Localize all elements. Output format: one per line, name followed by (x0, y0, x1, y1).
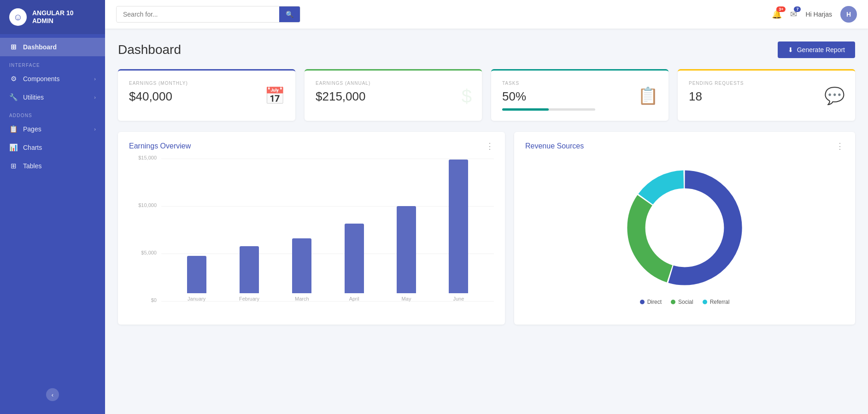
sidebar-nav: ⊞ Dashboard INTERFACE ⚙ Components › 🔧 U… (0, 34, 105, 383)
bar-group: April (345, 224, 364, 302)
page-header-row: Dashboard ⬇ Generate Report (118, 41, 855, 58)
bar-group: March (292, 238, 311, 302)
stat-card-pending-requests: PENDING REQUESTS 18 💬 (678, 69, 855, 121)
stat-value: 18 (689, 89, 844, 104)
bar-label: January (188, 296, 205, 302)
header-right: 🔔 3+ ✉ 7 Hi Harjas H (772, 6, 857, 23)
stat-label: PENDING REQUESTS (689, 81, 844, 86)
donut-chart-svg (620, 163, 749, 292)
generate-report-button[interactable]: ⬇ Generate Report (778, 41, 855, 58)
sidebar-title-block: ANGULAR 10 ADMIN (32, 9, 73, 25)
legend-label-referral: Referral (710, 299, 730, 305)
collapse-icon: ‹ (52, 391, 53, 398)
legend-dot-social (671, 300, 675, 304)
bar (187, 256, 206, 293)
sidebar-item-dashboard[interactable]: ⊞ Dashboard (0, 38, 105, 56)
sidebar-item-label: Tables (23, 162, 41, 170)
bar-label: March (295, 296, 309, 302)
sidebar-item-label: Components (23, 75, 59, 83)
sidebar-item-label: Charts (23, 144, 42, 151)
bar-group: May (397, 206, 416, 302)
chevron-right-icon: › (94, 76, 96, 82)
search-icon: 🔍 (286, 11, 293, 18)
earnings-chart-title: Earnings Overview (129, 142, 191, 150)
dollar-icon: $ (462, 85, 472, 106)
search-container: 🔍 (116, 6, 300, 23)
sidebar-item-label: Pages (23, 125, 41, 133)
dashboard-icon: ⊞ (9, 43, 18, 51)
notifications-badge: 3+ (776, 6, 786, 12)
bar-chart-area: $15,000 $10,000 $5,000 $0 (129, 159, 494, 315)
tables-icon: ⊞ (9, 162, 18, 170)
content-area: Dashboard ⬇ Generate Report EARNINGS (MO… (105, 29, 868, 414)
sidebar-item-label: Utilities (23, 94, 44, 101)
stat-value: $215,000 (316, 89, 471, 104)
sidebar-title-line2: ADMIN (32, 17, 73, 25)
generate-report-label: Generate Report (797, 46, 845, 53)
chat-icon: 💬 (824, 86, 845, 106)
sidebar-item-components[interactable]: ⚙ Components › (0, 70, 105, 88)
revenue-chart-card: Revenue Sources ⋮ Direct Soci (514, 132, 855, 325)
notifications-button[interactable]: 🔔 3+ (772, 9, 782, 19)
grid-label: $10,000 (129, 202, 157, 208)
sidebar-item-utilities[interactable]: 🔧 Utilities › (0, 88, 105, 106)
sidebar-section-addons: ADDONS (0, 106, 105, 120)
sidebar-item-pages[interactable]: 📋 Pages › (0, 120, 105, 138)
bar-label: February (239, 296, 259, 302)
bar (449, 160, 468, 293)
components-icon: ⚙ (9, 75, 18, 83)
sidebar-collapse-button[interactable]: ‹ (46, 388, 59, 401)
bar (240, 246, 259, 293)
earnings-chart-menu-button[interactable]: ⋮ (486, 141, 494, 151)
stat-label: EARNINGS (ANNUAL) (316, 81, 471, 86)
chevron-right-icon: › (94, 95, 96, 100)
main-area: 🔍 🔔 3+ ✉ 7 Hi Harjas H Dashboard ⬇ Gener… (105, 0, 868, 414)
task-progress-bar (502, 108, 595, 111)
task-progress-fill (502, 108, 549, 111)
sidebar-logo: ☺ (9, 8, 27, 26)
grid-label: $0 (129, 297, 157, 303)
sidebar-section-interface: INTERFACE (0, 56, 105, 70)
bar-group: February (239, 246, 259, 302)
messages-badge: 7 (794, 6, 801, 12)
donut-area: Direct Social Referral (525, 159, 844, 310)
search-input[interactable] (117, 7, 279, 22)
sidebar-title-line1: ANGULAR 10 (32, 9, 73, 17)
chevron-right-icon: › (94, 126, 96, 132)
clipboard-icon: 📋 (638, 86, 658, 106)
sidebar-item-label: Dashboard (23, 43, 57, 51)
revenue-chart-header: Revenue Sources ⋮ (525, 141, 844, 151)
stat-label: EARNINGS (MONTHLY) (129, 81, 284, 86)
bar-label: June (453, 296, 464, 302)
stat-cards: EARNINGS (MONTHLY) $40,000 📅 EARNINGS (A… (118, 69, 855, 121)
stat-card-earnings-monthly: EARNINGS (MONTHLY) $40,000 📅 (118, 69, 295, 121)
revenue-chart-menu-button[interactable]: ⋮ (836, 141, 844, 151)
utilities-icon: 🔧 (9, 93, 18, 101)
legend-item-social: Social (671, 299, 693, 305)
revenue-chart-title: Revenue Sources (525, 142, 584, 150)
stat-label: TASKS (502, 81, 657, 86)
sidebar-item-tables[interactable]: ⊞ Tables (0, 157, 105, 175)
bar-label: May (402, 296, 411, 302)
bars-container: January February March April May June (161, 159, 494, 302)
sidebar-item-charts[interactable]: 📊 Charts (0, 138, 105, 157)
sidebar: ☺ ANGULAR 10 ADMIN ⊞ Dashboard INTERFACE… (0, 0, 105, 414)
header: 🔍 🔔 3+ ✉ 7 Hi Harjas H (105, 0, 868, 29)
earnings-chart-header: Earnings Overview ⋮ (129, 141, 494, 151)
download-icon: ⬇ (788, 46, 793, 53)
sidebar-header: ☺ ANGULAR 10 ADMIN (0, 0, 105, 34)
messages-button[interactable]: ✉ 7 (790, 9, 797, 19)
legend-label-direct: Direct (647, 299, 662, 305)
stat-value: $40,000 (129, 89, 284, 104)
avatar[interactable]: H (840, 6, 857, 23)
legend-item-referral: Referral (703, 299, 730, 305)
bar-label: April (349, 296, 359, 302)
bar (292, 238, 311, 293)
page-title: Dashboard (118, 42, 181, 57)
search-button[interactable]: 🔍 (279, 6, 300, 22)
calendar-icon: 📅 (264, 86, 285, 106)
bar-group: January (187, 256, 206, 302)
donut-legend: Direct Social Referral (640, 299, 730, 305)
grid-label: $5,000 (129, 250, 157, 255)
legend-dot-referral (703, 300, 707, 304)
